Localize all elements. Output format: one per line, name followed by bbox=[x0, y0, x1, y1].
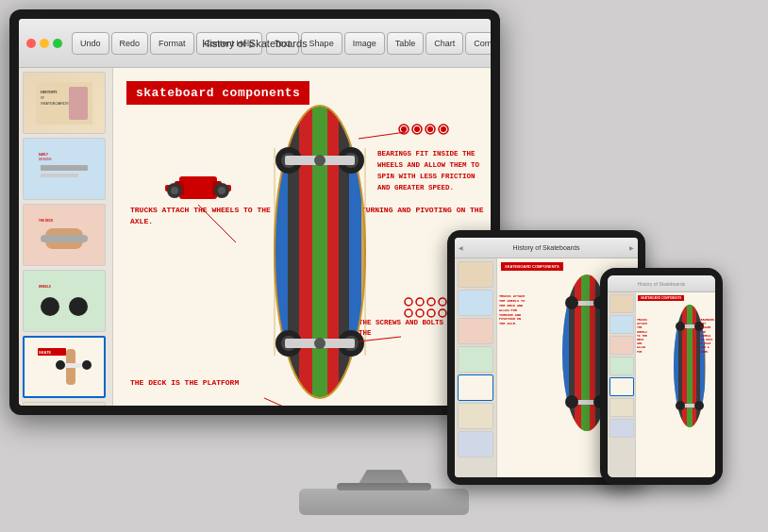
minimize-button[interactable] bbox=[40, 39, 49, 48]
close-button[interactable] bbox=[26, 39, 36, 48]
svg-text:WHEELS: WHEELS bbox=[39, 285, 51, 289]
phone-toolbar: History of Skateboards bbox=[608, 275, 715, 292]
svg-text:SKATEBOARDS: SKATEBOARDS bbox=[41, 101, 69, 106]
phone-thumb-7[interactable] bbox=[609, 419, 634, 438]
svg-point-117 bbox=[694, 401, 704, 410]
svg-rect-13 bbox=[41, 235, 88, 242]
tablet-sidebar bbox=[455, 258, 497, 477]
tablet-thumb-6[interactable] bbox=[458, 403, 493, 429]
phone-thumb-4[interactable] bbox=[609, 357, 634, 375]
svg-point-24 bbox=[82, 360, 92, 370]
tablet-title: History of Skateboards bbox=[465, 244, 627, 251]
svg-point-50 bbox=[416, 298, 424, 306]
svg-rect-36 bbox=[184, 179, 212, 197]
svg-point-52 bbox=[439, 298, 446, 306]
monitor-foot bbox=[337, 483, 431, 490]
slide-thumb-2[interactable]: EARLY DESIGNS bbox=[23, 138, 106, 200]
svg-point-47 bbox=[427, 126, 433, 132]
svg-point-55 bbox=[427, 309, 435, 317]
slide-thumb-1[interactable]: HISTORY OF SKATEBOARDS bbox=[23, 72, 106, 134]
svg-point-40 bbox=[218, 187, 225, 194]
phone-main: SKATEBOARD COMPONENTS bbox=[636, 292, 715, 477]
phone-sidebar bbox=[608, 292, 636, 477]
phone: History of Skateboards SKATEBOARD COMPON… bbox=[600, 268, 723, 485]
tablet-thumb-4[interactable] bbox=[458, 346, 493, 373]
keynote-toolbar: Undo Redo Format Content Help History of… bbox=[19, 19, 491, 68]
comment-button[interactable]: Comment bbox=[465, 32, 491, 55]
phone-thumb-5[interactable] bbox=[609, 377, 634, 396]
deck-annotation: THE DECK IS THE PLATFORM bbox=[130, 377, 239, 389]
svg-rect-93 bbox=[581, 274, 590, 431]
svg-point-54 bbox=[416, 309, 424, 317]
tablet-thumb-5[interactable] bbox=[458, 374, 493, 401]
svg-text:SKATE: SKATE bbox=[39, 350, 52, 355]
svg-point-16 bbox=[41, 297, 59, 316]
svg-rect-9 bbox=[41, 174, 78, 177]
slide-thumb-6[interactable]: TRICKS bbox=[23, 402, 106, 406]
svg-rect-62 bbox=[299, 106, 312, 398]
svg-point-101 bbox=[565, 395, 578, 408]
tablet-toolbar: ◀ History of Skateboards ▶ bbox=[455, 238, 638, 258]
svg-text:DESIGNS: DESIGNS bbox=[39, 158, 52, 161]
tablet-thumb-2[interactable] bbox=[458, 290, 493, 316]
svg-point-23 bbox=[56, 360, 65, 370]
main-slide: skateboard components bbox=[113, 68, 491, 406]
svg-point-98 bbox=[565, 296, 578, 309]
svg-point-51 bbox=[427, 298, 435, 306]
traffic-lights bbox=[26, 39, 62, 48]
tablet-trucks-text: TRUCKS ATTACHTHE WHEELS TOTHE DECK ANDAL… bbox=[499, 294, 525, 326]
svg-rect-109 bbox=[693, 305, 696, 427]
tablet-thumb-1[interactable] bbox=[458, 261, 493, 288]
tablet-thumb-7[interactable] bbox=[458, 431, 493, 457]
phone-thumb-1[interactable] bbox=[609, 294, 634, 313]
svg-text:OF: OF bbox=[41, 96, 44, 100]
table-button[interactable]: Table bbox=[387, 32, 425, 55]
slide-content: skateboard components bbox=[113, 68, 491, 406]
svg-point-39 bbox=[171, 187, 178, 194]
monitor: Undo Redo Format Content Help History of… bbox=[9, 9, 500, 415]
phone-thumb-2[interactable] bbox=[609, 315, 634, 334]
svg-text:EARLY: EARLY bbox=[39, 153, 48, 157]
svg-point-113 bbox=[676, 322, 685, 331]
phone-trucks-text: TRUCKSATTACHTHEWHEELSTO THEDECKANDALLOWF… bbox=[637, 319, 647, 355]
monitor-screen: Undo Redo Format Content Help History of… bbox=[19, 19, 491, 406]
phone-screen: History of Skateboards SKATEBOARD COMPON… bbox=[608, 275, 715, 477]
svg-text:HISTORY: HISTORY bbox=[41, 90, 58, 94]
svg-point-116 bbox=[676, 401, 685, 410]
svg-rect-108 bbox=[687, 305, 693, 427]
svg-point-17 bbox=[69, 297, 88, 316]
phone-body: SKATEBOARD COMPONENTS bbox=[608, 292, 715, 477]
image-button[interactable]: Image bbox=[344, 32, 385, 55]
redo-button[interactable]: Redo bbox=[111, 32, 149, 55]
svg-point-76 bbox=[314, 155, 326, 166]
svg-point-56 bbox=[439, 309, 446, 317]
window-title: History of Skateboards bbox=[202, 38, 307, 49]
svg-rect-64 bbox=[327, 106, 339, 398]
skateboard-illustration bbox=[230, 91, 409, 406]
svg-point-83 bbox=[314, 338, 326, 349]
maximize-button[interactable] bbox=[53, 39, 62, 48]
svg-rect-94 bbox=[590, 274, 595, 431]
svg-point-46 bbox=[414, 126, 420, 132]
svg-text:THE DECK: THE DECK bbox=[39, 219, 54, 223]
svg-rect-8 bbox=[41, 165, 88, 171]
undo-button[interactable]: Undo bbox=[72, 32, 109, 55]
format-button[interactable]: Format bbox=[150, 32, 194, 55]
svg-rect-4 bbox=[69, 87, 88, 120]
svg-point-48 bbox=[441, 126, 446, 132]
svg-rect-63 bbox=[312, 106, 327, 398]
slides-sidebar: HISTORY OF SKATEBOARDS EARLY DESIGNS bbox=[19, 68, 113, 406]
slide-thumb-5[interactable]: SKATE bbox=[23, 336, 106, 398]
chart-button[interactable]: Chart bbox=[426, 32, 463, 55]
mac-mini bbox=[299, 489, 469, 515]
phone-bearings-text: BEARINGSFITINSIDETHEWHEELSIN INTOA HOLEA… bbox=[701, 319, 714, 355]
tablet-thumb-3[interactable] bbox=[458, 318, 493, 344]
truck-icon bbox=[160, 172, 236, 205]
phone-thumb-3[interactable] bbox=[609, 336, 634, 355]
phone-thumb-6[interactable] bbox=[609, 398, 634, 417]
slide-thumb-3[interactable]: THE DECK bbox=[23, 204, 106, 266]
slide-thumb-4[interactable]: WHEELS bbox=[23, 270, 106, 332]
